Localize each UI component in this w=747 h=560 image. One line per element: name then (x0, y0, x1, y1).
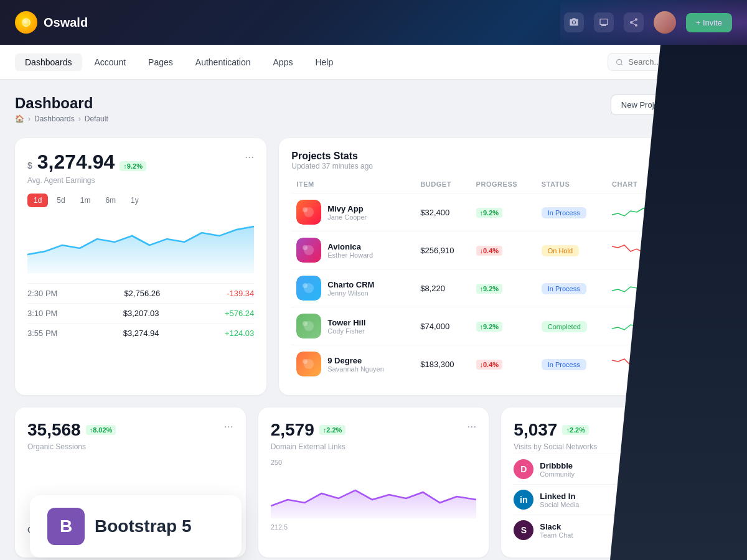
project-arrow[interactable]: → (688, 355, 705, 373)
filter-1y[interactable]: 1y (125, 194, 145, 207)
earnings-row-3: 3:55 PM $3,274.94 +124.03 (27, 323, 254, 343)
earnings-subtitle: Avg. Agent Earnings (27, 176, 146, 185)
earnings-chart (27, 217, 254, 273)
social-icon: S (514, 520, 533, 540)
project-chart (607, 231, 683, 269)
social-networks-card: 5,037 ↑2.2% Visits by Social Networks ··… (501, 408, 732, 558)
social-menu[interactable]: ··· (710, 420, 720, 433)
bootstrap-icon: B (47, 508, 85, 545)
table-row: 9 Degree Savannah Nguyen $183,300 ↓0.4% … (291, 345, 720, 383)
project-name: 9 Degree (327, 356, 384, 365)
col-status: STATUS (537, 180, 607, 194)
filter-1m[interactable]: 1m (74, 194, 97, 207)
links-menu[interactable]: ··· (467, 420, 476, 433)
social-networks-list: D Dribbble Community 579 ↑2.6% in Linked… (514, 454, 720, 545)
social-row: S Slack Team Chat 794 ↑0.2% (514, 515, 720, 545)
project-item: Avionica Esther Howard (296, 238, 410, 263)
earnings-card: $ 3,274.94 ↑9.2% Avg. Agent Earnings ···… (15, 138, 266, 395)
project-arrow[interactable]: → (688, 241, 705, 259)
invite-button[interactable]: + Invite (686, 13, 732, 32)
search-icon (616, 58, 623, 67)
filter-6m[interactable]: 6m (99, 194, 122, 207)
project-arrow[interactable]: → (688, 203, 705, 221)
organic-label: Organic Sessions (27, 442, 116, 451)
bootstrap-text: Bootstrap 5 (95, 516, 192, 536)
topbar: Oswald + Invite (0, 0, 747, 45)
earnings-menu[interactable]: ··· (245, 151, 254, 164)
social-row: in Linked In Social Media 1,088 ↓0.4% (514, 484, 720, 515)
monitor-icon[interactable] (594, 12, 614, 32)
svg-point-2 (303, 207, 308, 212)
col-progress: PROGRESS (471, 180, 537, 194)
project-budget: $183,300 (415, 345, 471, 383)
project-budget: $32,400 (415, 194, 471, 231)
project-view[interactable]: → (683, 231, 720, 269)
svg-point-5 (303, 245, 308, 250)
reports-button[interactable]: Reports (682, 95, 732, 115)
project-view[interactable]: → (683, 307, 720, 345)
social-icon: D (514, 459, 533, 479)
new-project-button[interactable]: New Project (611, 95, 675, 115)
earnings-badge: ↑9.2% (120, 161, 146, 171)
earnings-amount: $ 3,274.94 ↑9.2% (27, 151, 146, 174)
nav-item-apps[interactable]: Apps (263, 54, 303, 71)
project-arrow[interactable]: → (688, 317, 705, 335)
breadcrumb-dashboards[interactable]: Dashboards (34, 114, 75, 123)
project-progress: ↓0.4% (471, 231, 537, 269)
links-amount: 2,579 (271, 420, 314, 440)
filter-5d[interactable]: 5d (50, 194, 71, 207)
social-count: 579 (670, 465, 684, 474)
project-chart (607, 194, 683, 231)
avatar[interactable] (654, 11, 676, 34)
project-status: In Process (537, 345, 607, 383)
svg-point-11 (303, 321, 308, 326)
filter-1d[interactable]: 1d (27, 194, 48, 207)
project-avatar (296, 352, 321, 376)
social-badge: ↑2.2% (562, 425, 589, 435)
project-arrow[interactable]: → (688, 279, 705, 297)
page-actions: New Project Reports (611, 95, 732, 115)
organic-amount: 35,568 (27, 420, 81, 440)
projects-title: Projects Stats (291, 151, 373, 162)
organic-sessions-card: 35,568 ↑8.02% Organic Sessions ··· Canad… (15, 408, 246, 558)
col-item: ITEM (291, 180, 415, 194)
nav-item-pages[interactable]: Pages (138, 54, 183, 71)
nav-item-help[interactable]: Help (305, 54, 343, 71)
social-row: D Dribbble Community 579 ↑2.6% (514, 454, 720, 484)
breadcrumb-home-icon: 🏠 (15, 114, 24, 123)
project-view[interactable]: → (683, 345, 720, 383)
project-status: In Process (537, 194, 607, 231)
share-icon[interactable] (624, 12, 644, 32)
projects-card-header: Projects Stats Updated 37 minutes ago Hi… (291, 151, 720, 170)
project-view[interactable]: → (683, 194, 720, 231)
earnings-row-2: 3:10 PM $3,207.03 +576.24 (27, 303, 254, 323)
project-progress: ↑9.2% (471, 269, 537, 307)
page-header: Dashboard 🏠 › Dashboards › Default New P… (15, 95, 732, 123)
project-chart (607, 307, 683, 345)
nav-item-dashboards[interactable]: Dashboards (15, 54, 82, 71)
main-nav: Dashboards Account Pages Authentication … (0, 45, 747, 80)
svg-point-14 (303, 359, 308, 364)
project-status: Completed (537, 307, 607, 345)
table-row: Tower Hill Cody Fisher $74,000 ↑9.2% Com… (291, 307, 720, 345)
logo: Oswald (15, 11, 88, 34)
nav-item-account[interactable]: Account (85, 54, 136, 71)
links-label: Domain External Links (271, 442, 346, 451)
history-button[interactable]: History (682, 151, 720, 166)
project-progress: ↓0.4% (471, 345, 537, 383)
project-progress: ↑9.2% (471, 194, 537, 231)
organic-menu[interactable]: ··· (224, 420, 233, 433)
social-info: Slack Team Chat (540, 522, 573, 539)
camera-icon[interactable] (564, 12, 584, 32)
currency-symbol: $ (27, 161, 32, 170)
social-amount: 5,037 (514, 420, 557, 440)
nav-item-authentication[interactable]: Authentication (186, 54, 261, 71)
social-badge: ↑0.2% (693, 525, 720, 535)
search-input[interactable] (628, 57, 724, 67)
project-avatar (296, 276, 321, 301)
project-item: Charto CRM Jenny Wilson (296, 276, 410, 301)
search-box[interactable] (608, 53, 732, 71)
project-view[interactable]: → (683, 269, 720, 307)
social-header: 5,037 ↑2.2% (514, 420, 597, 440)
breadcrumb: 🏠 › Dashboards › Default (15, 114, 611, 123)
